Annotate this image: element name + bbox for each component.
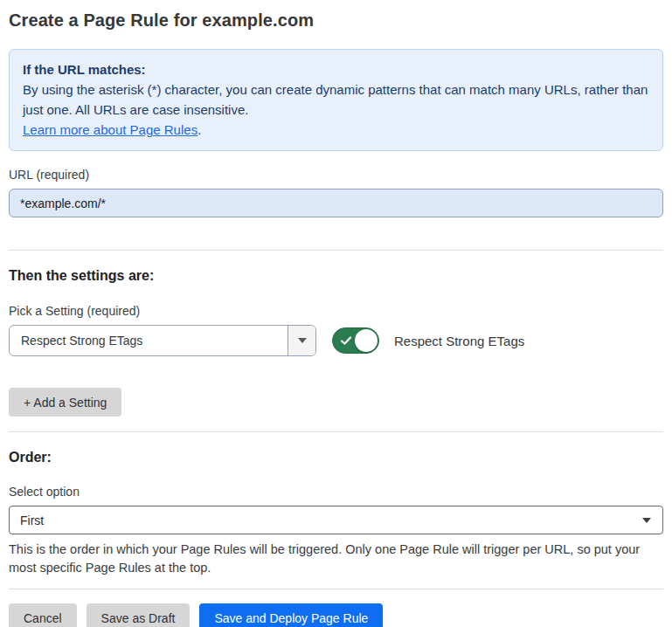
create-page-rule-panel: Create a Page Rule for example.com If th… — [0, 0, 672, 627]
respect-strong-etags-toggle[interactable] — [332, 327, 379, 354]
divider — [9, 250, 663, 251]
order-select-value: First — [20, 513, 44, 527]
settings-section-heading: Then the settings are: — [9, 268, 663, 284]
url-field-label: URL (required) — [9, 168, 663, 182]
save-as-draft-button[interactable]: Save as Draft — [87, 603, 191, 627]
order-select[interactable]: First — [9, 506, 663, 534]
page-title: Create a Page Rule for example.com — [9, 10, 663, 31]
setting-select-value: Respect Strong ETags — [10, 326, 288, 355]
link-suffix: . — [197, 122, 201, 137]
url-input[interactable] — [9, 189, 663, 217]
setting-select-arrow-button[interactable] — [288, 326, 315, 355]
divider — [9, 431, 663, 432]
order-select-label: Select option — [9, 485, 663, 499]
add-setting-button[interactable]: + Add a Setting — [9, 388, 121, 417]
cancel-button[interactable]: Cancel — [9, 603, 77, 627]
save-and-deploy-button[interactable]: Save and Deploy Page Rule — [199, 603, 383, 627]
divider — [9, 589, 663, 589]
setting-select[interactable]: Respect Strong ETags — [9, 325, 316, 356]
toggle-group: Respect Strong ETags — [332, 327, 524, 354]
url-match-info-box: If the URL matches: By using the asteris… — [9, 49, 663, 151]
chevron-down-icon — [642, 518, 651, 523]
toggle-label: Respect Strong ETags — [394, 334, 524, 348]
order-section-heading: Order: — [9, 450, 663, 465]
info-box-body: By using the asterisk (*) character, you… — [23, 79, 649, 120]
check-icon — [340, 334, 352, 347]
setting-row: Respect Strong ETags Respect Strong ETag… — [9, 325, 663, 356]
learn-more-link[interactable]: Learn more about Page Rules — [23, 122, 197, 137]
info-box-heading: If the URL matches: — [23, 59, 649, 79]
order-help-text: This is the order in which your Page Rul… — [9, 541, 663, 577]
dropdown-arrow-icon — [298, 338, 307, 343]
pick-setting-label: Pick a Setting (required) — [9, 304, 663, 318]
info-box-link-line: Learn more about Page Rules. — [23, 120, 649, 140]
toggle-knob[interactable] — [355, 329, 378, 352]
footer-button-row: Cancel Save as Draft Save and Deploy Pag… — [9, 603, 663, 627]
